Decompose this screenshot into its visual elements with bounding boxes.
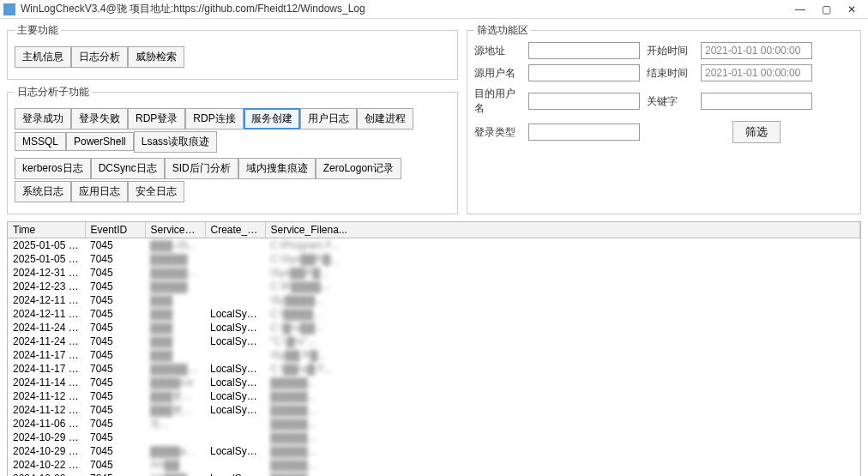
table-row[interactable]: 2025-01-05 20...7045▓▓▓-JSC-DR...C:\Prog…	[8, 238, 860, 253]
sub-btn-安全日志[interactable]: 安全日志	[128, 181, 184, 202]
col-EventID[interactable]: EventID	[85, 222, 145, 238]
input-src-user[interactable]	[528, 64, 640, 81]
table-row[interactable]: 2024-10-29 22...7045▓▓▓▓▓...	[8, 431, 860, 444]
table-row[interactable]: 2024-12-23 20...7045▓▓▓▓▓C:\R▓▓▓▓...	[8, 280, 860, 293]
sub-btn-登录失败[interactable]: 登录失败	[71, 108, 128, 130]
sub-btn-MSSQL[interactable]: MSSQL	[15, 132, 66, 151]
sub-btn-系统日志[interactable]: 系统日志	[15, 181, 71, 202]
input-dst-user[interactable]	[528, 93, 640, 110]
minimize-button[interactable]: —	[787, 2, 813, 17]
sub-btn-ZeroLogon记录[interactable]: ZeroLogon记录	[316, 158, 401, 179]
sub-panel: 日志分析子功能 登录成功登录失败RDP登录RDP连接服务创建用户日志创建进程MS…	[7, 85, 458, 214]
titlebar: WinLogCheckV3.4@骁 项目地址:https://github.co…	[0, 0, 868, 19]
sub-btn-服务创建[interactable]: 服务创建	[244, 108, 300, 130]
label-src-ip: 源地址	[474, 44, 521, 58]
filter-panel: 筛选功能区 源地址 开始时间 源用户名 结束时间 目的用户名 关键字 登录类型 …	[467, 23, 861, 214]
sub-btn-Lsass读取痕迹[interactable]: Lsass读取痕迹	[134, 131, 217, 153]
table-row[interactable]: 2024-11-17 23...7045▓▓▓▓▓▓...LocalSystem…	[8, 362, 860, 376]
input-start[interactable]	[701, 42, 812, 59]
sub-btn-RDP登录[interactable]: RDP登录	[128, 108, 185, 130]
main-btn-日志分析[interactable]: 日志分析	[71, 46, 128, 68]
table-row[interactable]: 2024-11-24 22...7045▓▓▓LocalSystemC:\▓ro…	[8, 321, 860, 334]
table-row[interactable]: 2024-10-29 22...7045▓▓▓▓ag...LocalSystem…	[8, 444, 860, 458]
table-row[interactable]: 2024-12-31 14...7045▓▓▓▓▓▓▓\Sys▓▓R▓...	[8, 266, 860, 280]
label-login-type: 登录类型	[474, 125, 521, 140]
col-Service_Filena...[interactable]: Service_Filena...	[265, 222, 860, 238]
col-Time[interactable]: Time	[8, 222, 85, 238]
label-dst-user: 目的用户名	[474, 87, 521, 116]
input-end[interactable]	[701, 64, 812, 81]
table-row[interactable]: 2024-10-22 13...7045SR▓▓▓ag...LocalSyste…	[8, 472, 860, 476]
filter-panel-legend: 筛选功能区	[474, 23, 531, 38]
table-row[interactable]: 2024-11-17 23...7045▓▓▓\Sy▓▓ R▓...	[8, 348, 860, 362]
input-src-ip[interactable]	[528, 42, 640, 59]
sub-btn-应用日志[interactable]: 应用日志	[71, 181, 128, 202]
table-row[interactable]: 2024-11-06 21...7045无...▓▓▓▓▓...	[8, 417, 860, 431]
sub-btn-登录成功[interactable]: 登录成功	[15, 108, 71, 130]
sub-btn-DCSync日志[interactable]: DCSync日志	[91, 158, 165, 179]
col-Create_Accou...[interactable]: Create_Accou...	[205, 222, 265, 238]
table-row[interactable]: 2024-11-24 22...7045▓▓▓LocalSystem"C:\▓r…	[8, 334, 860, 348]
table-row[interactable]: 2024-11-12 23...7045▓▓▓更新...LocalSystem▓…	[8, 389, 860, 403]
table-row[interactable]: 2024-12-11 23...7045▓▓▓\Sy▓▓▓▓...	[8, 293, 860, 307]
app-icon	[3, 3, 15, 15]
table-row[interactable]: 2024-11-12 22...7045▓▓▓更新...LocalSystem▓…	[8, 403, 860, 417]
label-end: 结束时间	[647, 66, 694, 81]
sub-btn-域内搜集痕迹[interactable]: 域内搜集痕迹	[238, 158, 316, 179]
maximize-button[interactable]: ▢	[813, 2, 839, 17]
label-start: 开始时间	[647, 44, 694, 58]
table-row[interactable]: 2025-01-05 19...7045▓▓▓▓▓C:\Sys▓▓R▓...	[8, 252, 860, 266]
input-keyword[interactable]	[701, 93, 812, 110]
main-btn-威胁检索[interactable]: 威胁检索	[128, 46, 184, 68]
window-title: WinLogCheckV3.4@骁 项目地址:https://github.co…	[21, 2, 787, 16]
main-panel-legend: 主要功能	[15, 23, 61, 38]
log-table: TimeEventIDService_NameCreate_Accou...Se…	[8, 222, 860, 476]
close-button[interactable]: ✕	[839, 2, 865, 17]
table-row[interactable]: 2024-11-14 22...7045▓▓▓▓iceLocalSystem▓▓…	[8, 376, 860, 389]
main-btn-主机信息[interactable]: 主机信息	[15, 46, 71, 68]
filter-button[interactable]: 筛选	[732, 121, 781, 143]
table-row[interactable]: 2024-12-11 23...7045▓▓▓LocalSystemC:\▓▓▓…	[8, 307, 860, 321]
sub-panel-legend: 日志分析子功能	[15, 85, 92, 99]
sub-btn-SID后门分析[interactable]: SID后门分析	[165, 158, 238, 179]
col-Service_Name[interactable]: Service_Name	[145, 222, 205, 238]
label-keyword: 关键字	[647, 94, 694, 109]
label-src-user: 源用户名	[474, 66, 521, 81]
main-panel: 主要功能 主机信息日志分析威胁检索	[7, 23, 458, 80]
sub-btn-PowerShell[interactable]: PowerShell	[66, 132, 134, 151]
sub-btn-用户日志[interactable]: 用户日志	[300, 108, 357, 130]
sub-btn-RDP连接[interactable]: RDP连接	[185, 108, 243, 130]
table-row[interactable]: 2024-10-22 13...7045AH▓▓▓▓▓▓▓...	[8, 458, 860, 472]
sub-btn-创建进程[interactable]: 创建进程	[357, 108, 413, 130]
sub-btn-kerberos日志[interactable]: kerberos日志	[15, 158, 91, 179]
log-table-wrap[interactable]: TimeEventIDService_NameCreate_Accou...Se…	[7, 221, 861, 476]
input-login-type[interactable]	[528, 124, 640, 141]
